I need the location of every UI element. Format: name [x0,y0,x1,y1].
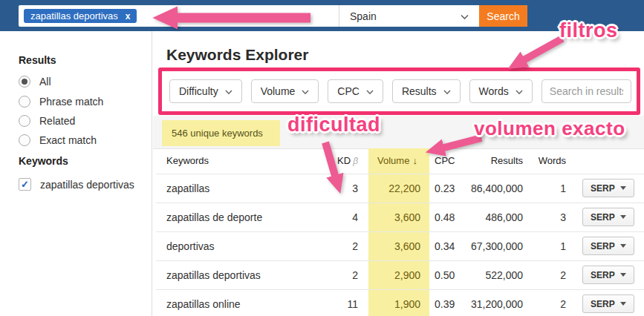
serp-button[interactable]: SERP [582,208,634,226]
chevron-down-icon [443,85,451,97]
column-header-volume[interactable]: Volume↓ [368,148,429,174]
filter-label: Words [479,85,509,97]
table-row: deportivas 2 3,600 0.34 67,300,000 1 SER… [156,231,644,260]
cpc-cell: 0.48 [429,203,466,231]
radio-icon[interactable] [19,134,30,146]
kd-cell: 2 [319,231,368,260]
results-cell: 522,000 [466,260,529,289]
filter-label: CPC [337,85,360,97]
column-header-words[interactable]: Words [529,148,570,174]
filter-volume-button[interactable]: Volume [251,79,319,103]
chevron-down-icon [461,10,469,22]
radio-label: Phrase match [39,96,103,108]
country-select[interactable]: Spain [339,5,479,27]
serp-button[interactable]: SERP [582,237,634,255]
radio-related[interactable]: Related [19,115,75,127]
filter-label: Volume [261,85,296,97]
checkbox-label: zapatillas deportivas [40,179,134,191]
arrow-to-filters [522,39,562,61]
chevron-down-icon [225,85,232,97]
beta-badge: β [353,156,358,166]
unique-keywords-count: 546 unique keywords [162,120,280,146]
cpc-cell: 0.50 [429,260,466,289]
cpc-cell: 0.23 [429,174,466,203]
table-row: zapatillas deportivas 2 2,900 0.50 522,0… [156,260,644,289]
radio-icon[interactable] [19,76,30,88]
results-cell: 67,300,000 [466,231,529,260]
keyword-cell: zapatillas online [156,289,319,316]
annotation-dificultad: dificultad [287,113,380,136]
sort-descending-icon: ↓ [412,155,417,166]
annotation-volumen-exacto: volumen exacto [474,117,625,140]
top-navigation-bar: zapatillas deportivas x Spain Search [0,0,644,31]
kd-cell: 4 [319,203,368,231]
serp-button[interactable]: SERP [582,294,634,313]
radio-label: Related [39,115,75,127]
filter-words-button[interactable]: Words [469,79,533,103]
column-header-keywords[interactable]: Keywords [156,148,319,174]
caret-down-icon [620,244,626,248]
kd-label: KD [337,155,351,166]
keyword-cell: zapatillas de deporte [156,203,319,231]
words-cell: 1 [529,231,570,260]
words-cell: 2 [529,289,570,316]
cpc-cell: 0.34 [429,231,466,260]
column-header-cpc[interactable]: CPC [429,148,466,174]
column-header-results[interactable]: Results [466,148,529,174]
keyword-filter-checkbox-row[interactable]: ✓ zapatillas deportivas [19,178,134,191]
words-cell: 1 [529,174,570,203]
column-header-kd[interactable]: KDβ [319,148,368,174]
radio-all[interactable]: All [19,76,51,88]
words-cell: 3 [529,203,570,231]
radio-exact-match[interactable]: Exact match [19,134,97,146]
results-cell: 31,200,000 [466,289,529,316]
sidebar: Results All Phrase match Related Exact m… [0,31,152,316]
checkbox-checked-icon[interactable]: ✓ [19,178,31,191]
serp-label: SERP [591,270,615,280]
chevron-down-icon [366,85,374,97]
radio-phrase-match[interactable]: Phrase match [19,96,103,108]
filter-cpc-button[interactable]: CPC [328,79,383,103]
keyword-cell: zapatillas [156,174,319,203]
chevron-down-icon [302,85,309,97]
annotation-filtros: filtros [559,19,618,42]
serp-button[interactable]: SERP [582,266,634,284]
chevron-down-icon [515,85,523,97]
serp-label: SERP [591,241,615,251]
cpc-cell: 0.39 [429,289,466,316]
search-button[interactable]: Search [479,5,527,27]
filter-results-button[interactable]: Results [392,79,461,103]
kd-cell: 3 [319,174,368,203]
keyword-tag[interactable]: zapatillas deportivas x [24,9,137,23]
keyword-tag-label: zapatillas deportivas [30,11,118,21]
radio-label: Exact match [39,134,97,146]
volume-cell: 1,900 [368,289,429,316]
volume-cell: 3,600 [368,231,429,260]
keyword-cell: deportivas [156,231,319,260]
kd-cell: 11 [319,289,368,316]
keyword-input[interactable]: zapatillas deportivas x [19,5,339,27]
table-row: zapatillas de deporte 4 3,600 0.48 486,0… [156,203,644,231]
country-select-value: Spain [350,10,377,22]
serp-label: SERP [591,299,615,309]
caret-down-icon [620,215,626,219]
volume-cell: 3,600 [368,203,429,231]
volume-cell: 22,200 [368,174,429,203]
words-cell: 2 [529,260,570,289]
serp-label: SERP [591,183,615,194]
remove-tag-icon[interactable]: x [126,12,131,21]
serp-button[interactable]: SERP [582,179,634,197]
radio-icon[interactable] [19,115,30,127]
caret-down-icon [620,273,626,277]
keyword-cell: zapatillas deportivas [156,260,319,289]
kd-cell: 2 [319,260,368,289]
search-in-results-input[interactable] [541,79,631,103]
radio-icon[interactable] [19,96,30,108]
filter-label: Results [402,85,437,97]
keyword-search-bar[interactable]: zapatillas deportivas x Spain Search [19,5,527,27]
page-title: Keywords Explorer [166,46,308,64]
caret-down-icon [620,302,626,306]
table-header-row: Keywords KDβ Volume↓ CPC Results Words [156,148,644,174]
results-cell: 486,000 [466,203,529,231]
filter-difficulty-button[interactable]: Difficulty [169,79,242,103]
